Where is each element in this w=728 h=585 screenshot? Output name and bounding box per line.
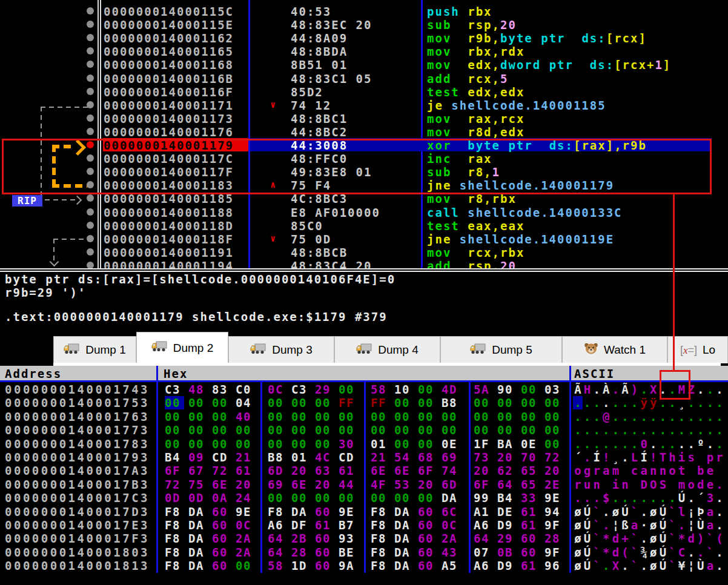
ascii-char[interactable]: c: [630, 464, 640, 477]
breakpoint-gutter-dot[interactable]: [87, 114, 94, 122]
hex-byte[interactable]: 0E: [442, 437, 461, 451]
ascii-char[interactable]: .: [592, 383, 601, 396]
ascii-char[interactable]: `: [630, 546, 640, 559]
hex-byte[interactable]: 73: [474, 451, 493, 464]
hex-byte[interactable]: 00: [268, 423, 287, 437]
hex-byte[interactable]: 61: [521, 559, 540, 572]
ascii-char[interactable]: Ú: [658, 532, 667, 545]
ascii-char[interactable]: .: [677, 423, 687, 437]
ascii-char[interactable]: m: [611, 464, 620, 477]
hex-byte[interactable]: 00: [212, 423, 231, 437]
hex-byte[interactable]: B8: [442, 396, 461, 409]
hex-byte[interactable]: 21: [236, 451, 255, 464]
hex-byte[interactable]: F8: [165, 546, 184, 559]
hex-byte[interactable]: F8: [268, 505, 287, 518]
hex-byte[interactable]: 00: [165, 437, 184, 451]
hex-byte[interactable]: 4D: [442, 383, 461, 396]
ascii-char[interactable]: `: [630, 505, 640, 518]
hex-byte[interactable]: 00: [339, 383, 358, 396]
hex-byte[interactable]: DA: [188, 559, 208, 572]
ascii-char[interactable]: .: [639, 559, 649, 572]
ascii-char[interactable]: n: [592, 478, 601, 491]
hex-byte[interactable]: 00: [442, 410, 461, 423]
hex-byte[interactable]: 00: [315, 491, 334, 504]
hex-byte[interactable]: 61: [339, 464, 358, 477]
dump-row[interactable]: 00000001400017F3F8DA602A642B6093F8DA602A…: [0, 531, 728, 544]
breakpoint-gutter-dot[interactable]: [87, 235, 94, 242]
hex-byte[interactable]: 00: [236, 423, 255, 437]
dump-row[interactable]: 000000014000178300000000000000300100000E…: [0, 437, 728, 450]
ascii-char[interactable]: .: [649, 437, 658, 451]
breakpoint-gutter-dot[interactable]: [87, 194, 94, 202]
hex-byte[interactable]: 9F: [544, 518, 564, 532]
ascii-char[interactable]: .: [696, 396, 706, 409]
hex-byte[interactable]: 00: [339, 491, 358, 504]
ascii-char[interactable]: .: [611, 437, 620, 451]
ascii-char[interactable]: Ú: [620, 505, 630, 518]
hex-byte[interactable]: 20: [418, 478, 437, 491]
ascii-char[interactable]: .: [601, 505, 611, 518]
hex-byte[interactable]: 29: [497, 532, 517, 545]
ascii-char[interactable]: `: [667, 559, 677, 572]
ascii-char[interactable]: À: [601, 383, 611, 396]
ascii-char[interactable]: ø: [573, 559, 583, 572]
hex-byte[interactable]: DA: [188, 546, 208, 559]
hex-byte[interactable]: FF: [371, 396, 390, 409]
ascii-char[interactable]: .: [620, 559, 630, 572]
ascii-char[interactable]: *: [601, 532, 611, 545]
hex-byte[interactable]: 00: [544, 437, 564, 451]
hex-byte[interactable]: 00: [291, 396, 311, 409]
hex-byte[interactable]: 00: [394, 410, 414, 423]
ascii-char[interactable]: a: [601, 464, 611, 477]
ascii-char[interactable]: .: [705, 437, 715, 451]
hex-byte[interactable]: 74: [442, 464, 461, 477]
disasm-row[interactable]: 000000014000116B48:83C1 05add rcx,5: [0, 71, 728, 85]
hex-byte[interactable]: DA: [442, 491, 461, 504]
disasm-row[interactable]: 000000014000118D85C0test eax,eax: [0, 219, 728, 232]
ascii-char[interactable]: ): [630, 383, 640, 396]
ascii-char[interactable]: ø: [573, 546, 583, 559]
ascii-char[interactable]: .: [715, 505, 724, 518]
ascii-char[interactable]: n: [658, 464, 667, 477]
ascii-char[interactable]: a: [705, 505, 715, 518]
hex-byte[interactable]: 6D: [268, 464, 287, 477]
ascii-char[interactable]: .: [573, 437, 583, 451]
hex-byte[interactable]: DA: [394, 559, 414, 572]
hex-byte[interactable]: 00: [418, 396, 437, 409]
hex-byte[interactable]: 64: [268, 546, 287, 559]
ascii-char[interactable]: .: [630, 396, 640, 409]
ascii-char[interactable]: t: [677, 464, 687, 477]
hex-byte[interactable]: 00: [418, 423, 437, 437]
hex-byte[interactable]: 20: [315, 478, 334, 491]
hex-byte[interactable]: 6F: [165, 464, 184, 477]
ascii-char[interactable]: .: [573, 423, 583, 437]
ascii-char[interactable]: ø: [649, 505, 658, 518]
ascii-char[interactable]: Ú: [658, 559, 667, 572]
hex-byte[interactable]: F8: [371, 532, 390, 545]
ascii-char[interactable]: .: [639, 383, 649, 396]
ascii-char[interactable]: p: [705, 451, 715, 464]
hex-byte[interactable]: 67: [188, 464, 208, 477]
hex-byte[interactable]: 33: [521, 491, 540, 504]
hex-byte[interactable]: 00: [371, 491, 390, 504]
ascii-char[interactable]: ´: [696, 491, 706, 504]
hex-byte[interactable]: 00: [371, 410, 390, 423]
ascii-char[interactable]: `: [630, 532, 640, 545]
ascii-char[interactable]: a: [630, 518, 640, 532]
hex-byte[interactable]: 64: [497, 478, 517, 491]
ascii-char[interactable]: d: [611, 532, 620, 545]
hex-byte[interactable]: FF: [339, 396, 358, 409]
hex-byte[interactable]: 21: [371, 451, 390, 464]
hex-byte[interactable]: 4C: [315, 451, 334, 464]
hex-byte[interactable]: 00: [497, 410, 517, 423]
ascii-char[interactable]: .: [639, 410, 649, 423]
ascii-char[interactable]: (: [715, 532, 724, 545]
hex-byte[interactable]: C0: [236, 383, 255, 396]
hex-byte[interactable]: 00: [339, 410, 358, 423]
hex-byte[interactable]: 20: [544, 464, 564, 477]
ascii-char[interactable]: L: [630, 451, 640, 464]
ascii-char[interactable]: .: [601, 559, 611, 572]
ascii-char[interactable]: .: [686, 437, 696, 451]
hex-byte[interactable]: 60: [212, 518, 231, 532]
disasm-row[interactable]: 000000014000117644:8BC2mov r8d,edx: [0, 125, 728, 138]
